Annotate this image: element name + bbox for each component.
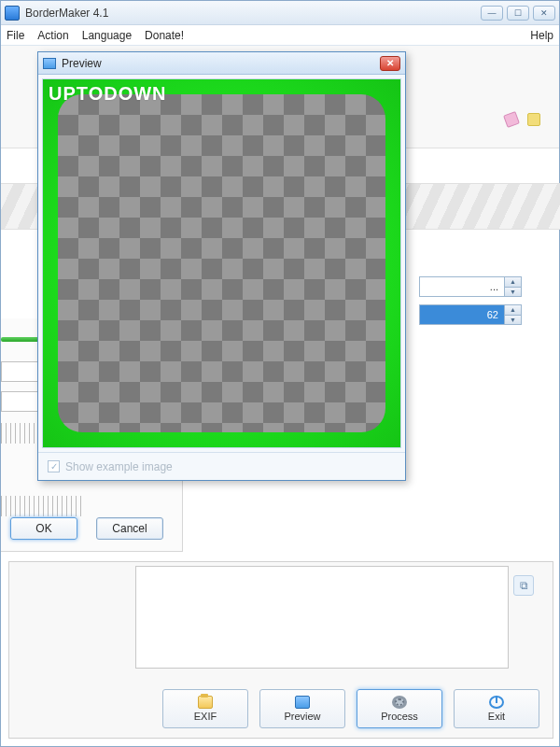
numeric-value-1: ... [490,281,498,292]
numeric-input-2[interactable]: 62 ▲▼ [419,304,522,325]
output-box [135,566,509,669]
process-label: Process [381,711,418,722]
menu-donate[interactable]: Donate! [145,29,184,42]
show-example-checkbox[interactable]: ✓ [48,460,60,472]
transparency-checkerboard [58,94,385,432]
power-icon [489,696,504,709]
maximize-button[interactable]: ☐ [507,6,529,21]
show-example-label: Show example image [65,460,173,473]
toolbar-icons [505,113,540,126]
menubar: File Action Language Donate! Help [1,25,559,46]
note-icon[interactable] [527,113,540,126]
exit-button[interactable]: Exit [454,689,539,728]
eraser-icon[interactable] [503,111,520,128]
preview-canvas: UPTODOWN [42,78,401,448]
preview-label: Preview [284,711,320,722]
preview-titlebar: Preview ✕ [38,52,405,75]
window-controls: — ☐ ✕ [481,6,555,21]
bottom-button-bar: EXIF Preview Process Exit [9,689,553,728]
preview-title-icon [43,58,56,69]
app-icon [5,6,20,21]
process-button[interactable]: Process [357,689,442,728]
right-numeric-inputs: ... ▲▼ 62 ▲▼ [419,276,522,325]
spinner-2[interactable]: ▲▼ [504,305,521,324]
spinner-1[interactable]: ▲▼ [504,277,521,296]
menu-file[interactable]: File [7,29,24,42]
minimize-button[interactable]: — [481,6,503,21]
lower-panel: ⧉ EXIF Preview Process Exit [8,561,553,739]
app-title: BorderMaker 4.1 [25,7,108,20]
copy-icon[interactable]: ⧉ [513,575,534,596]
folder-icon [198,696,213,709]
exif-label: EXIF [194,711,217,722]
exit-label: Exit [488,711,505,722]
menu-action[interactable]: Action [37,29,68,42]
titlebar: BorderMaker 4.1 — ☐ ✕ [1,1,559,25]
cancel-button[interactable]: Cancel [96,517,163,540]
ok-button[interactable]: OK [10,517,77,540]
menu-language[interactable]: Language [82,29,132,42]
screen-icon [295,696,310,709]
numeric-value-2: 62 [487,309,498,320]
preview-footer: ✓ Show example image [38,452,405,480]
menu-help[interactable]: Help [530,29,553,42]
numeric-input-1[interactable]: ... ▲▼ [419,276,522,297]
subdialog-buttons: OK Cancel [10,517,163,540]
close-button[interactable]: ✕ [533,6,555,21]
exif-button[interactable]: EXIF [162,689,248,728]
preview-watermark: UPTODOWN [49,83,167,105]
gear-icon [392,696,407,709]
tick-slider-2[interactable] [1,496,85,516]
preview-button[interactable]: Preview [259,689,345,728]
preview-close-button[interactable]: ✕ [380,56,400,71]
preview-body: UPTODOWN [38,75,405,452]
preview-dialog: Preview ✕ UPTODOWN ✓ Show example image [37,51,406,481]
preview-title-text: Preview [62,57,102,70]
